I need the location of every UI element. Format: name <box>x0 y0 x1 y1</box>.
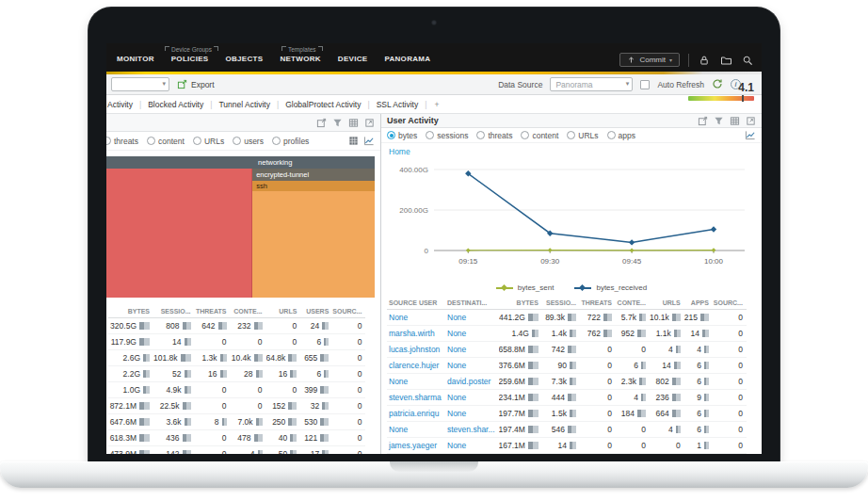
add-tab-button[interactable]: + <box>426 100 446 109</box>
tab-activity[interactable]: Activity <box>106 100 139 109</box>
radio-label: threats <box>488 131 512 140</box>
table-row[interactable]: lucas.johnstonNone658.8M74200440 <box>387 342 747 358</box>
column-header[interactable]: THREATS <box>580 297 616 310</box>
export-button[interactable]: Export <box>177 79 215 89</box>
treemap-block-networking[interactable]: networking <box>106 156 375 169</box>
tab-blocked-activity[interactable]: Blocked Activity <box>141 100 210 109</box>
nav-item-device[interactable]: DEVICE <box>330 55 377 72</box>
context-select[interactable] <box>111 77 169 91</box>
value-bar <box>324 338 329 346</box>
chart-view-icon[interactable] <box>745 130 756 140</box>
table-row[interactable]: 1.0G4.9k0003990 <box>108 382 365 398</box>
auto-refresh-checkbox[interactable] <box>640 80 650 89</box>
table-row[interactable]: 2.2G5216281660 <box>108 366 365 382</box>
column-header[interactable]: SOURC... <box>332 305 365 318</box>
radio-urls[interactable]: URLs <box>193 137 224 146</box>
cell: 0 <box>713 310 747 326</box>
treemap-block-encrypted-tunnel[interactable]: encrypted-tunnel <box>252 169 375 181</box>
value-bar <box>528 426 538 433</box>
table-row[interactable]: marsha.wirthNone1.4G1.4k7629521.1k140 <box>387 326 747 342</box>
radio-threats[interactable]: threats <box>106 137 138 146</box>
column-header[interactable]: SOURCE USER <box>387 297 445 310</box>
radio-sessions[interactable]: sessions <box>426 131 468 140</box>
table-row[interactable]: 872.1M22.5k00152320 <box>108 398 365 414</box>
nav-item-policies[interactable]: POLICIES <box>163 55 217 72</box>
grid-view-icon[interactable] <box>348 136 359 146</box>
table-row[interactable]: NoneNone441.2G89.3k7225.7k10.1k2150 <box>387 310 747 326</box>
nav-item-objects[interactable]: OBJECTS <box>217 55 271 72</box>
folder-icon[interactable] <box>719 54 732 67</box>
column-header[interactable]: BYTES <box>108 305 153 318</box>
breadcrumb-home-link[interactable]: Home <box>381 143 762 156</box>
data-source-select[interactable]: Panorama <box>550 77 633 91</box>
legend-item-bytes_received[interactable]: bytes_received <box>574 283 647 292</box>
table-row[interactable]: 473.9M1420450170 <box>108 446 365 455</box>
table-row[interactable]: 117.9G1400060 <box>108 334 365 350</box>
tab-ssl-activity[interactable]: SSL Activity <box>370 100 426 109</box>
treemap-block-ssh[interactable]: ssh <box>252 181 375 191</box>
column-header[interactable]: SOURC... <box>713 297 747 310</box>
treemap-block-large[interactable] <box>106 169 252 298</box>
cell: 5.7k <box>616 310 650 326</box>
maximize-icon[interactable] <box>364 118 375 128</box>
nav-item-panorama[interactable]: PANORAMA <box>376 55 439 72</box>
cell: 3.6k <box>153 414 195 430</box>
column-header[interactable]: BYTES <box>499 297 542 310</box>
radio-content[interactable]: content <box>147 137 185 146</box>
column-header[interactable]: URLS <box>650 297 684 310</box>
tab-tunnel-activity[interactable]: Tunnel Activity <box>212 100 277 109</box>
value-bar <box>183 322 191 330</box>
radio-users[interactable]: users <box>233 137 264 146</box>
table-row[interactable]: 2.6G101.8k1.3k10.4k64.8k6550 <box>108 350 365 366</box>
table-row[interactable]: steven.sharmaNone234.1M4440423690 <box>387 390 747 406</box>
nav-item-network[interactable]: NETWORK <box>271 55 329 72</box>
filter-icon[interactable] <box>714 116 724 126</box>
search-icon[interactable] <box>741 54 754 67</box>
lock-icon[interactable] <box>698 54 711 67</box>
column-header[interactable]: SESSIO... <box>542 297 580 310</box>
table-row[interactable]: Nonedavid.poster259.6M7.3k02.3k80260 <box>387 374 747 390</box>
radio-circle <box>147 137 155 145</box>
legend-item-bytes_sent[interactable]: bytes_sent <box>496 283 555 292</box>
column-header[interactable]: CONTE... <box>231 305 266 318</box>
radio-threats[interactable]: threats <box>476 131 512 140</box>
cell: 101.8k <box>153 350 195 366</box>
cell: 530 <box>300 414 332 430</box>
column-header[interactable]: THREATS <box>195 305 231 318</box>
cell: 0 <box>332 430 365 446</box>
table-row[interactable]: patricia.enriquNone197.7M1.5k018466460 <box>387 406 747 422</box>
table-row[interactable]: 618.3M4360478401210 <box>108 430 365 446</box>
table-row[interactable]: 647.6M3.6k87.0k2505300 <box>108 414 365 430</box>
tab-globalprotect-activity[interactable]: GlobalProtect Activity <box>279 100 367 109</box>
table-view-icon[interactable] <box>730 116 740 126</box>
table-row[interactable]: 320.5G8086422320240 <box>108 318 365 334</box>
chart-view-icon[interactable] <box>363 136 375 146</box>
radio-profiles[interactable]: profiles <box>272 137 309 146</box>
filter-icon[interactable] <box>332 118 343 128</box>
table-row[interactable]: clarence.hujerNone376.6M90061460 <box>387 358 747 374</box>
column-header[interactable]: CONTE... <box>616 297 650 310</box>
user-activity-panel: User Activity bytessessionsthreatsconten… <box>381 114 762 454</box>
column-header[interactable]: URLS <box>266 305 301 318</box>
radio-apps[interactable]: apps <box>607 131 635 140</box>
treemap-block-orange[interactable] <box>252 191 375 298</box>
table-row[interactable]: james.yaegerNone167.1M1400010 <box>387 438 747 454</box>
commit-button[interactable]: Commit <box>619 53 680 67</box>
radio-bytes[interactable]: bytes <box>387 131 417 140</box>
column-header[interactable]: USERS <box>300 305 332 318</box>
right-table-container: SOURCE USERDESTINATI...BYTESSESSIO...THR… <box>381 293 762 454</box>
svg-text:0: 0 <box>425 247 429 255</box>
cell: 0 <box>713 422 747 438</box>
column-header[interactable]: APPS <box>684 297 713 310</box>
nav-item-monitor[interactable]: MONITOR <box>108 55 163 72</box>
value-bar <box>639 314 646 321</box>
jump-icon[interactable] <box>698 116 708 126</box>
column-header[interactable]: SESSIO... <box>153 305 195 318</box>
maximize-icon[interactable] <box>746 116 756 126</box>
table-row[interactable]: Nonesteven.shar...197.4M54600460 <box>387 422 747 438</box>
radio-urls[interactable]: URLs <box>567 131 598 140</box>
table-view-icon[interactable] <box>348 118 359 128</box>
radio-content[interactable]: content <box>521 131 558 140</box>
column-header[interactable]: DESTINATI... <box>445 297 499 310</box>
jump-icon[interactable] <box>316 118 327 128</box>
